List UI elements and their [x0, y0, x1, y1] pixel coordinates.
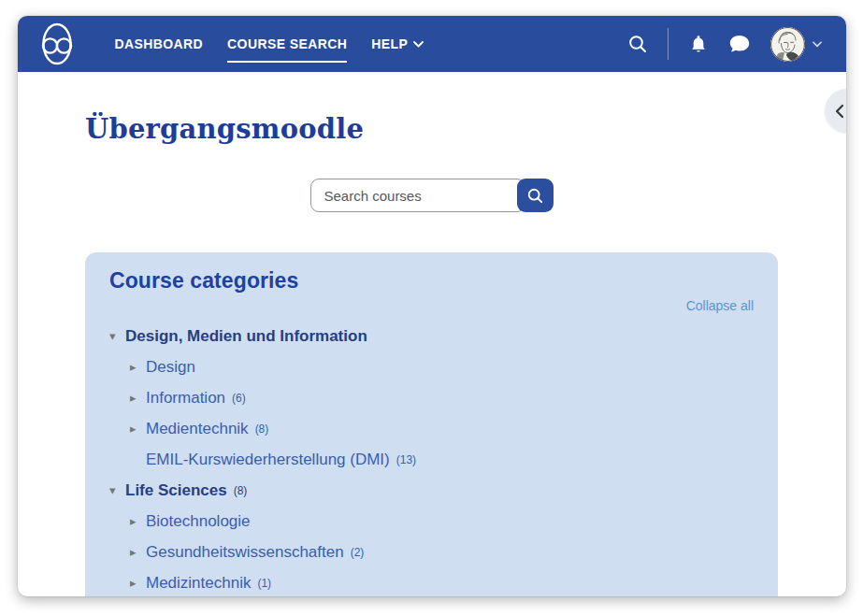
category-link[interactable]: Design: [146, 358, 195, 377]
category-link[interactable]: Information: [146, 389, 225, 408]
category-row: ▸ Information (6): [109, 382, 754, 413]
category-course-count: (8): [255, 423, 269, 436]
category-link[interactable]: Biotechnologie: [146, 512, 251, 531]
top-navbar: DASHBOARD COURSE SEARCH HELP: [18, 16, 846, 72]
search-icon: [526, 187, 544, 205]
category-link[interactable]: Medientechnik: [146, 420, 249, 438]
category-link[interactable]: Gesundheitswissenschaften: [146, 543, 344, 562]
category-row: EMIL-Kurswiederherstellung (DMI) (13): [109, 444, 754, 475]
category-link[interactable]: Design, Medien und Information: [125, 327, 367, 346]
bell-icon[interactable]: [688, 34, 709, 55]
category-row: ▸ Biotechnologie: [109, 506, 754, 537]
search-button[interactable]: [517, 179, 554, 212]
expand-toggle-icon[interactable]: ▸: [130, 361, 146, 373]
category-course-count: (6): [232, 392, 246, 405]
nav-help-label: HELP: [371, 36, 408, 51]
expand-toggle-icon[interactable]: ▾: [109, 484, 125, 496]
avatar: [770, 27, 805, 62]
category-row: ▸ Gesundheitswissenschaften (2): [109, 537, 754, 567]
nav-dashboard[interactable]: DASHBOARD: [115, 31, 204, 57]
chevron-down-icon: [413, 41, 424, 48]
expand-toggle-icon[interactable]: ▸: [130, 546, 146, 558]
category-row: ▸ Medizintechnik (1): [109, 567, 754, 596]
panel-title: Course categories: [109, 268, 754, 294]
category-tree: ▾ Design, Medien und Information ▸ Desig…: [109, 321, 754, 596]
expand-toggle-icon[interactable]: ▸: [130, 577, 146, 589]
browser-window: DASHBOARD COURSE SEARCH HELP: [18, 16, 846, 596]
course-categories-panel: Course categories Collapse all ▾ Design,…: [85, 252, 778, 596]
course-search-form: [85, 179, 778, 212]
messages-icon[interactable]: [728, 34, 751, 54]
category-row: ▸ Medientechnik (8): [109, 413, 754, 444]
category-row: ▾ Life Sciences (8): [109, 475, 754, 506]
category-link[interactable]: Life Sciences: [125, 481, 227, 500]
navbar-divider: [668, 28, 669, 60]
category-link[interactable]: EMIL-Kurswiederherstellung (DMI): [146, 451, 390, 469]
page-title: Übergangsmoodle: [85, 113, 778, 145]
haw-owl-logo[interactable]: [36, 21, 78, 67]
haw-owl-logo-icon: [36, 21, 78, 67]
navbar-actions: [627, 27, 822, 62]
nav-help[interactable]: HELP: [371, 31, 424, 57]
expand-toggle-icon[interactable]: ▸: [130, 423, 146, 435]
expand-toggle-icon[interactable]: ▸: [130, 515, 146, 527]
primary-navigation: DASHBOARD COURSE SEARCH HELP: [115, 31, 424, 57]
expand-toggle-icon[interactable]: ▾: [109, 330, 125, 342]
collapse-all-link[interactable]: Collapse all: [686, 298, 754, 313]
search-input[interactable]: [310, 179, 525, 212]
category-course-count: (8): [234, 484, 248, 497]
search-icon[interactable]: [627, 34, 648, 54]
open-drawer-button[interactable]: [825, 89, 846, 133]
nav-course-search[interactable]: COURSE SEARCH: [227, 31, 347, 57]
user-menu[interactable]: [770, 27, 822, 62]
expand-toggle-icon[interactable]: ▸: [130, 392, 146, 404]
category-course-count: (13): [396, 453, 416, 466]
category-row: ▾ Design, Medien und Information: [109, 321, 754, 351]
category-course-count: (1): [257, 577, 271, 590]
category-link[interactable]: Medizintechnik: [146, 574, 251, 593]
chevron-left-icon: [833, 104, 846, 119]
chevron-down-icon: [813, 41, 822, 48]
page-content: Übergangsmoodle Course categories Collap…: [85, 113, 778, 596]
category-course-count: (2): [351, 546, 365, 559]
category-row: ▸ Design: [109, 351, 754, 382]
